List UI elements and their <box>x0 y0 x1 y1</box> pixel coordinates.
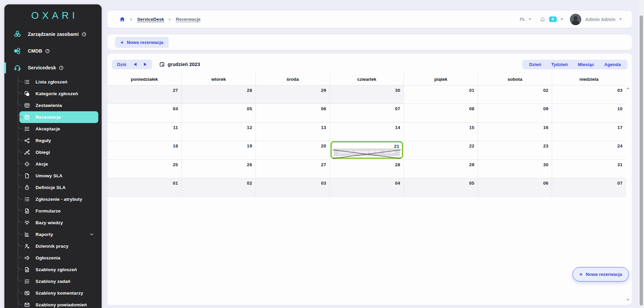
prev-month-icon[interactable] <box>134 63 137 66</box>
floating-new-reservation-button[interactable]: + Nowa rezerwacja <box>573 267 629 282</box>
user-menu-caret-icon[interactable] <box>619 18 622 20</box>
sidebar-item-zestawienia[interactable]: Zestawienia <box>19 100 98 111</box>
sidebar-item-formularze[interactable]: Formularze <box>19 205 98 217</box>
calendar-day-cell[interactable]: 26 <box>181 160 256 178</box>
sidebar-item-cmdb[interactable]: CMDB <box>4 43 102 59</box>
calendar-day-cell[interactable]: 24 <box>552 141 626 159</box>
calendar-day-cell[interactable]: 05 <box>404 178 478 196</box>
template-task-icon <box>24 279 30 284</box>
calendar-day-cell[interactable]: 29 <box>256 85 330 104</box>
calendar-day-cell[interactable]: 19 <box>181 141 256 159</box>
today-button[interactable]: Dziś <box>117 62 126 67</box>
notification-badge[interactable]: 0 <box>549 16 557 22</box>
calendar-day-cell[interactable]: 17 <box>552 123 626 141</box>
sidebar-item-servicedesk[interactable]: Servicedesk <box>4 59 102 76</box>
weekday-header-czwartek: czwartek <box>330 73 404 85</box>
sidebar-item-zgłoszenie-atrybuty[interactable]: Zgłoszenie - atrybuty <box>19 193 98 205</box>
scroll-up-icon[interactable] <box>626 87 630 89</box>
language-caret-icon[interactable] <box>529 18 531 20</box>
reservation-event[interactable]: (Admin Admin) 00:00 - 23:59 <box>334 148 400 156</box>
calendar-day-cell[interactable]: 06 <box>478 178 552 196</box>
view-button-agenda[interactable]: Agenda <box>604 62 621 67</box>
calendar-day-cell[interactable]: 04 <box>330 178 404 196</box>
breadcrumb-rezerwacje[interactable]: Rezerwacje <box>176 17 201 22</box>
sidebar-item-raporty[interactable]: Raporty <box>19 229 98 240</box>
calendar-day-cell[interactable]: 28 <box>181 85 256 104</box>
calendar-day-cell[interactable]: 15 <box>404 123 478 141</box>
calendar-day-cell[interactable]: 30 <box>478 160 552 178</box>
calendar-day-cell[interactable]: 09 <box>478 104 552 122</box>
day-number: 29 <box>469 162 475 167</box>
breadcrumb-servicedesk[interactable]: ServiceDesk <box>137 17 164 22</box>
calendar-day-cell[interactable]: 07 <box>552 178 626 196</box>
calendar-day-cell[interactable]: 03 <box>552 85 626 104</box>
calendar-day-cell[interactable]: 31 <box>552 160 626 178</box>
sidebar-item-szablony-powiadomień[interactable]: Szablony powiadomień <box>19 299 98 308</box>
sidebar-item-bazy-wiedzy[interactable]: Bazy wiedzy <box>19 217 98 229</box>
calendar-day-cell[interactable]: 11 <box>107 123 181 141</box>
calendar-day-cell[interactable]: 02 <box>181 178 256 196</box>
calendar-day-cell[interactable]: 03 <box>256 178 330 196</box>
home-icon[interactable] <box>119 16 125 22</box>
cmdb-hexagons-icon <box>14 47 21 55</box>
avatar[interactable] <box>570 14 581 25</box>
calendar-day-cell[interactable]: 18 <box>107 141 181 159</box>
sidebar-item-akcje[interactable]: Akcje <box>19 158 98 170</box>
next-month-icon[interactable] <box>144 63 147 66</box>
sidebar-item-ogłoszenia[interactable]: Ogłoszenia <box>19 252 98 264</box>
calendar-day-cell[interactable]: 27 <box>256 160 330 178</box>
calendar-day-cell[interactable]: 07 <box>330 104 404 122</box>
calendar-day-cell[interactable]: 01 <box>404 85 478 104</box>
calendar-day-cell[interactable]: 10 <box>552 104 626 122</box>
page-scrollbar[interactable] <box>639 0 644 308</box>
calendar-day-cell[interactable]: 05 <box>181 104 256 122</box>
calendar-day-cell[interactable]: 12 <box>181 123 256 141</box>
sidebar-item-akceptacje[interactable]: Akceptacje <box>19 123 98 135</box>
calendar-day-cell[interactable]: 06 <box>256 104 330 122</box>
calendar-day-cell[interactable]: 14 <box>330 123 404 141</box>
day-number: 03 <box>321 181 326 186</box>
sidebar-item-lista-zgłoszeń[interactable]: Lista zgłoszeń <box>19 76 98 88</box>
sidebar-item-definicje-sla[interactable]: Definicje SLA <box>19 182 98 193</box>
bell-icon[interactable] <box>539 16 546 22</box>
calendar-day-cell[interactable]: 25 <box>107 160 181 178</box>
calendar-day-cell[interactable]: 30 <box>330 85 404 104</box>
calendar-rows: 2728293001020304050607080910111213141516… <box>107 85 626 197</box>
sidebar-item-umowy-sla[interactable]: Umowy SLA <box>19 170 98 182</box>
calendar-day-cell[interactable]: 08 <box>404 104 478 122</box>
view-switcher: DzieńTydzieńMiesiącAgenda <box>522 60 628 69</box>
calendar-day-cell[interactable]: 21(Admin Admin) 00:00 - 23:59 <box>330 141 404 159</box>
sidebar-item-zarządzanie-zasobami[interactable]: Zarządzanie zasobami <box>4 26 102 43</box>
calendar-day-cell[interactable]: 29 <box>404 160 478 178</box>
selected-day-highlight[interactable]: 21(Admin Admin) 00:00 - 23:59 <box>330 141 404 159</box>
calendar-day-cell[interactable]: 02 <box>478 85 552 104</box>
view-button-miesiąc[interactable]: Miesiąc <box>578 62 594 67</box>
calendar-day-cell[interactable]: 13 <box>256 123 330 141</box>
calendar-day-cell[interactable]: 20 <box>256 141 330 159</box>
sidebar-item-reguły[interactable]: Reguły <box>19 135 98 146</box>
page-scrollbar-thumb[interactable] <box>640 15 643 306</box>
new-reservation-button[interactable]: + Nowa rezerwacja <box>115 37 169 48</box>
calendar-day-cell[interactable]: 22 <box>404 141 478 159</box>
view-button-tydzień[interactable]: Tydzień <box>551 62 568 67</box>
calendar-day-cell[interactable]: 04 <box>107 104 181 122</box>
view-button-dzień[interactable]: Dzień <box>529 62 541 67</box>
calendar-day-cell[interactable]: 28 <box>330 160 404 178</box>
sidebar-item-kategorie-zgłoszeń[interactable]: Kategorie zgłoszeń <box>19 88 98 100</box>
notification-caret-icon[interactable] <box>560 18 563 20</box>
language-selector[interactable]: PL <box>520 17 525 22</box>
sidebar-item-szablony-komentarzy[interactable]: Szablony komentarzy <box>19 287 98 299</box>
calendar-day-cell[interactable]: 27 <box>107 85 181 104</box>
calendar-day-cell[interactable]: 01 <box>107 178 181 196</box>
day-number: 25 <box>173 162 178 167</box>
sidebar-item-szablony-zadań[interactable]: Szablony zadań <box>19 275 98 287</box>
sidebar-item-rezerwacje[interactable]: Rezerwacje <box>19 111 98 123</box>
sidebar-item-dziennik-pracy[interactable]: Dziennik pracy <box>19 240 98 252</box>
sidebar-item-szablony-zgłoszeń[interactable]: Szablony zgłoszeń <box>19 264 98 275</box>
sidebar-item-obiegi[interactable]: Obiegi <box>19 146 98 158</box>
floating-new-reservation-label: Nowa rezerwacja <box>586 272 622 277</box>
headset-icon <box>14 64 21 71</box>
calendar-day-cell[interactable]: 16 <box>478 123 552 141</box>
calendar-day-cell[interactable]: 23 <box>478 141 552 159</box>
scroll-down-icon[interactable] <box>626 299 630 301</box>
